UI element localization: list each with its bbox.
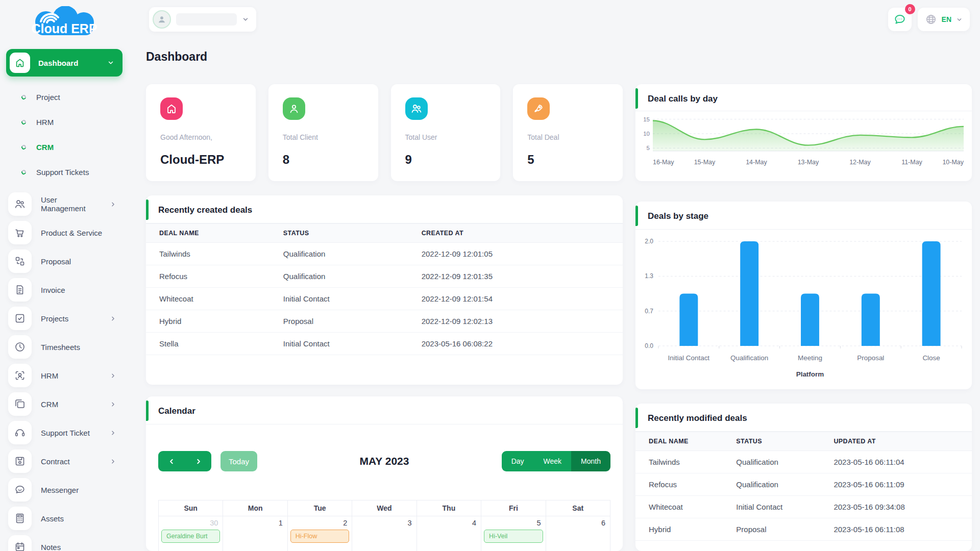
calendar-day-cell[interactable]: 4 bbox=[417, 516, 481, 551]
stat-label: Total User bbox=[405, 133, 486, 141]
table-row: StellaInitial Contact2023-05-16 06:08:22 bbox=[146, 333, 623, 355]
user-icon bbox=[283, 97, 305, 120]
chevron-down-icon bbox=[242, 16, 249, 23]
svg-text:1.3: 1.3 bbox=[645, 272, 653, 280]
sidebar-item-messenger[interactable]: Messenger bbox=[0, 475, 128, 504]
calendar-day-cell[interactable]: 5Hi-Veil bbox=[481, 516, 546, 551]
stat-label: Total Client bbox=[283, 133, 364, 141]
view-button-week[interactable]: Week bbox=[534, 451, 572, 471]
table-cell: Hybrid bbox=[146, 310, 270, 333]
table-cell: Proposal bbox=[723, 518, 820, 541]
sidebar-item-label: Messenger bbox=[41, 486, 116, 494]
calendar-event[interactable]: Hi-Flow bbox=[290, 530, 349, 543]
user-select-value bbox=[176, 13, 237, 26]
sidebar-item-user-management[interactable]: User Management bbox=[0, 190, 128, 218]
sidebar-item-timesheets[interactable]: Timesheets bbox=[0, 333, 128, 361]
deals-by-stage-chart-card: Deals by stage 0.00.71.32.0Initial Conta… bbox=[635, 202, 972, 389]
floppy-icon bbox=[8, 449, 32, 473]
user-select-dropdown[interactable] bbox=[149, 7, 256, 32]
today-button[interactable]: Today bbox=[220, 451, 257, 471]
sidebar-item-invoice[interactable]: Invoice bbox=[0, 276, 128, 304]
stat-card-good-afternoon-: Good Afternoon,Cloud-ERP bbox=[146, 84, 256, 181]
sidebar-sub-item-support-tickets[interactable]: Support Tickets bbox=[0, 160, 128, 185]
calendar-day-cell[interactable]: 2Hi-Flow bbox=[288, 516, 352, 551]
svg-text:15-May: 15-May bbox=[694, 159, 716, 166]
language-selector[interactable]: EN bbox=[918, 8, 970, 31]
sidebar-sub-item-hrm[interactable]: HRM bbox=[0, 110, 128, 135]
table-cell: 2022-12-09 12:02:13 bbox=[408, 310, 623, 333]
sidebar-item-label: Notes bbox=[41, 543, 116, 551]
view-button-month[interactable]: Month bbox=[571, 451, 610, 471]
sidebar-item-notes[interactable]: Notes bbox=[0, 533, 128, 551]
sidebar-sub-item-crm[interactable]: CRM bbox=[0, 135, 128, 160]
calendar-day-cell[interactable]: 6 bbox=[546, 516, 610, 551]
sidebar-item-support-ticket[interactable]: Support Ticket bbox=[0, 418, 128, 447]
svg-text:10: 10 bbox=[643, 131, 650, 137]
table-row: WhitecoatInitial Contact2022-12-09 12:01… bbox=[146, 288, 623, 310]
table-cell: Refocus bbox=[635, 473, 723, 496]
next-month-button[interactable] bbox=[194, 458, 202, 465]
calendar-day-cell[interactable]: 1 bbox=[223, 516, 287, 551]
language-code: EN bbox=[942, 15, 951, 23]
sidebar-item-label: Product & Service bbox=[41, 229, 116, 237]
sidebar-item-label: Invoice bbox=[41, 286, 116, 294]
section-title: Recently modified deals bbox=[648, 413, 747, 423]
deals-by-stage-bar-chart: 0.00.71.32.0Initial ContactQualification… bbox=[635, 230, 972, 383]
calendar-event[interactable]: Hi-Veil bbox=[484, 530, 543, 543]
weekday-header: Wed bbox=[352, 500, 416, 516]
recently-modified-deals-table: DEAL NAMESTATUSUPDATED ATTailwindsQualif… bbox=[635, 432, 972, 541]
recently-created-deals-card: Recently created deals DEAL NAMESTATUSCR… bbox=[146, 195, 623, 385]
table-cell: Hybrid bbox=[635, 518, 723, 541]
svg-text:16-May: 16-May bbox=[653, 159, 674, 166]
table-cell: Initial Contact bbox=[270, 288, 408, 310]
calendar-event[interactable]: Geraldine Burt bbox=[161, 530, 220, 543]
sidebar-item-label: Dashboard bbox=[38, 59, 99, 67]
chat-button[interactable]: 0 bbox=[888, 8, 912, 31]
user-scan-icon bbox=[8, 364, 32, 387]
svg-text:0.0: 0.0 bbox=[645, 342, 653, 349]
chevron-right-icon bbox=[110, 372, 116, 379]
table-cell: 2023-05-16 06:11:04 bbox=[820, 451, 972, 473]
table-cell: Initial Contact bbox=[270, 333, 408, 355]
svg-text:12-May: 12-May bbox=[849, 159, 871, 166]
prev-month-button[interactable] bbox=[168, 458, 176, 465]
svg-text:2.0: 2.0 bbox=[645, 238, 653, 245]
table-row: TailwindsQualification2022-12-09 12:01:0… bbox=[146, 243, 623, 265]
calculator-icon bbox=[8, 507, 32, 530]
sidebar-item-projects[interactable]: Projects bbox=[0, 304, 128, 333]
sidebar-sub-item-label: Support Tickets bbox=[36, 168, 89, 177]
table-header: STATUS bbox=[723, 432, 820, 451]
stat-card-total-deal: Total Deal5 bbox=[513, 84, 623, 181]
chat-badge: 0 bbox=[905, 4, 915, 14]
calendar-card: Calendar Today MAY 2023 DayWeekMonth bbox=[146, 396, 623, 551]
sidebar-item-label: Assets bbox=[41, 514, 116, 523]
view-button-day[interactable]: Day bbox=[502, 451, 534, 471]
sidebar-item-proposal[interactable]: Proposal bbox=[0, 247, 128, 276]
recently-created-deals-table: DEAL NAMESTATUSCREATED ATTailwindsQualif… bbox=[146, 223, 623, 355]
table-row: TailwindsQualification2023-05-16 06:11:0… bbox=[635, 451, 972, 473]
table-row: WhitecoatInitial Contact2023-05-16 09:34… bbox=[635, 496, 972, 518]
svg-text:15: 15 bbox=[643, 116, 650, 122]
sidebar-item-assets[interactable]: Assets bbox=[0, 504, 128, 533]
sidebar-item-crm[interactable]: CRM bbox=[0, 390, 128, 418]
sidebar-item-label: Support Ticket bbox=[41, 429, 101, 437]
home-icon bbox=[10, 53, 30, 73]
sidebar-sub-item-project[interactable]: Project bbox=[0, 85, 128, 110]
svg-text:13-May: 13-May bbox=[798, 159, 819, 166]
main-area: 0 EN Dashboard bbox=[128, 0, 980, 551]
globe-icon bbox=[925, 13, 937, 26]
sidebar-item-dashboard[interactable]: Dashboard bbox=[6, 49, 122, 77]
stat-value: Cloud-ERP bbox=[160, 153, 241, 167]
sidebar-item-label: Proposal bbox=[41, 257, 116, 266]
sidebar-item-contract[interactable]: Contract bbox=[0, 447, 128, 475]
table-row: RefocusQualification2023-05-16 06:11:09 bbox=[635, 473, 972, 496]
section-title: Calendar bbox=[158, 406, 195, 416]
calendar-day-cell[interactable]: 30Geraldine Burt bbox=[159, 516, 223, 551]
calendar-day-cell[interactable]: 3 bbox=[352, 516, 416, 551]
table-cell: Qualification bbox=[723, 451, 820, 473]
sidebar-item-hrm[interactable]: HRM bbox=[0, 361, 128, 390]
sidebar-item-label: HRM bbox=[41, 371, 101, 380]
topbar: 0 EN bbox=[128, 0, 980, 39]
sidebar-item-product-service[interactable]: Product & Service bbox=[0, 218, 128, 247]
table-cell: 2023-05-16 06:11:08 bbox=[820, 518, 972, 541]
